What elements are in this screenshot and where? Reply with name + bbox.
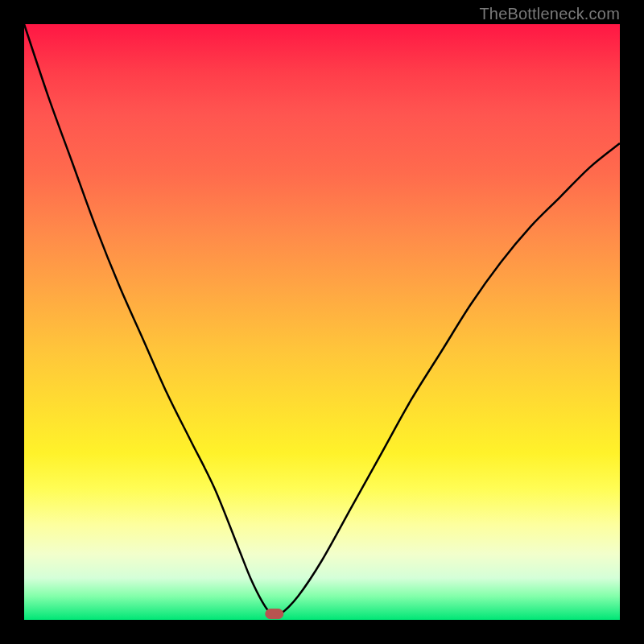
optimal-marker [266, 609, 283, 619]
plot-area [24, 24, 620, 620]
curve-svg [24, 24, 620, 620]
watermark-text: TheBottleneck.com [479, 5, 620, 23]
chart-container: TheBottleneck.com [0, 0, 644, 644]
bottleneck-curve [24, 24, 620, 616]
